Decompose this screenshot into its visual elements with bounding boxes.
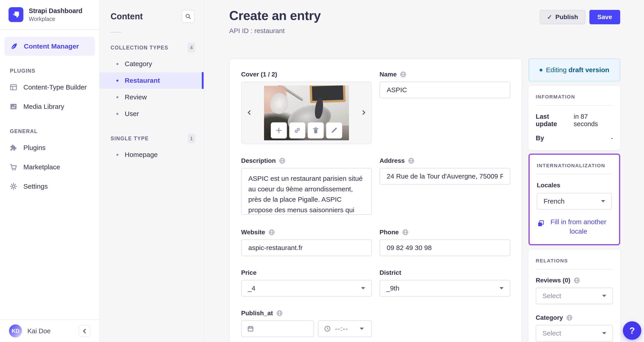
pencil-icon bbox=[330, 127, 338, 134]
user-bar: KD Kai Doe bbox=[0, 319, 99, 342]
workspace-switcher[interactable]: Strapi Dashboard Workplace bbox=[0, 0, 99, 30]
collapse-sidebar-button[interactable] bbox=[79, 325, 90, 337]
field-cover: Cover (1 / 2) bbox=[241, 71, 372, 144]
field-reviews: Reviews (0) Select bbox=[536, 277, 613, 304]
reviews-select[interactable]: Select bbox=[536, 288, 613, 304]
chevron-left-icon bbox=[248, 110, 252, 115]
api-id-subtitle: API ID : restaurant bbox=[229, 27, 321, 35]
i18n-highlight-outline: INTERNATIONALIZATION Locales French Fill… bbox=[528, 154, 620, 245]
group-label-collection-types: COLLECTION TYPES bbox=[110, 45, 168, 51]
clock-icon bbox=[324, 325, 331, 332]
sidebar-section-plugins: PLUGINS bbox=[10, 68, 99, 74]
banner-text: Editing draft version bbox=[546, 66, 610, 74]
add-asset-button[interactable] bbox=[271, 122, 287, 139]
information-card: INFORMATION Last update in 87 seconds By… bbox=[528, 86, 620, 150]
field-name: Name bbox=[380, 71, 510, 98]
carousel-next-button[interactable] bbox=[361, 111, 366, 115]
feather-icon bbox=[10, 42, 18, 50]
district-select[interactable]: _9th bbox=[380, 280, 510, 296]
trash-icon bbox=[312, 127, 320, 134]
subnav-item-label: Homepage bbox=[125, 151, 158, 159]
subnav-title: Content bbox=[110, 12, 143, 21]
bullet-icon bbox=[116, 63, 118, 65]
user-name: Kai Doe bbox=[28, 327, 73, 335]
last-update-label: Last update bbox=[536, 113, 572, 128]
divider bbox=[536, 269, 613, 270]
date-input[interactable] bbox=[258, 325, 308, 332]
cover-actions bbox=[271, 122, 342, 139]
select-placeholder: Select bbox=[542, 329, 561, 337]
subnav-item-review[interactable]: Review bbox=[100, 89, 204, 106]
brand-subtitle: Workplace bbox=[29, 16, 82, 22]
field-category: Category Select bbox=[536, 314, 613, 341]
locale-select[interactable]: French bbox=[537, 193, 612, 210]
search-button[interactable] bbox=[182, 10, 194, 23]
category-select[interactable]: Select bbox=[536, 325, 613, 341]
brand-title: Strapi Dashboard bbox=[29, 7, 82, 15]
cover-photo bbox=[264, 86, 349, 140]
sidebar-item-content-type-builder[interactable]: Content-Type Builder bbox=[0, 78, 99, 97]
subnav-item-label: Restaurant bbox=[125, 77, 160, 84]
sidebar-item-marketplace[interactable]: Marketplace bbox=[0, 157, 99, 177]
name-input[interactable] bbox=[380, 82, 510, 98]
chevron-right-icon bbox=[361, 110, 365, 115]
plus-icon bbox=[275, 127, 283, 134]
save-button[interactable]: Save bbox=[590, 10, 620, 24]
sidebar-item-content-manager[interactable]: Content Manager bbox=[4, 37, 95, 56]
image-icon bbox=[10, 103, 18, 111]
copy-icon bbox=[537, 217, 545, 228]
field-label: District bbox=[380, 269, 401, 276]
date-picker[interactable] bbox=[241, 320, 314, 337]
time-input[interactable] bbox=[335, 325, 356, 332]
description-textarea[interactable]: ASPIC est un restaurant parisien situé a… bbox=[241, 168, 372, 215]
field-price: Price _4 bbox=[241, 269, 372, 296]
globe-icon bbox=[276, 310, 283, 316]
sidebar-section-general: GENERAL bbox=[10, 128, 99, 134]
price-select[interactable]: _4 bbox=[241, 280, 372, 296]
entry-sidebar: Editing draft version INFORMATION Last u… bbox=[528, 59, 620, 342]
sidebar-item-label: Content-Type Builder bbox=[23, 83, 87, 91]
globe-icon bbox=[268, 229, 275, 236]
select-value: _4 bbox=[248, 284, 255, 292]
delete-asset-button[interactable] bbox=[308, 122, 324, 139]
phone-input[interactable] bbox=[380, 239, 510, 256]
sidebar-item-media-library[interactable]: Media Library bbox=[0, 97, 99, 116]
website-input[interactable] bbox=[241, 239, 372, 256]
sidebar-item-label: Settings bbox=[23, 183, 48, 190]
field-label: Address bbox=[380, 157, 405, 164]
carousel-prev-button[interactable] bbox=[247, 111, 252, 115]
fill-from-locale-link[interactable]: Fill in from another locale bbox=[537, 217, 612, 236]
sidebar-item-plugins[interactable]: Plugins bbox=[0, 138, 99, 157]
bullet-icon bbox=[116, 154, 118, 156]
cover-carousel bbox=[241, 82, 372, 144]
subnav-item-homepage[interactable]: Homepage bbox=[100, 146, 204, 163]
globe-icon bbox=[279, 157, 286, 164]
globe-icon bbox=[574, 277, 580, 284]
by-label: By bbox=[536, 134, 544, 142]
main-content: Create an entry API ID : restaurant ✓ Pu… bbox=[204, 0, 644, 342]
photo-blackboard bbox=[310, 86, 346, 103]
subnav-item-category[interactable]: Category bbox=[100, 56, 204, 72]
help-button[interactable]: ? bbox=[623, 321, 641, 340]
time-picker[interactable] bbox=[318, 320, 372, 337]
subnav-item-label: Category bbox=[125, 60, 152, 68]
link-icon bbox=[294, 127, 301, 134]
by-value: - bbox=[611, 134, 613, 142]
entry-form-card: Cover (1 / 2) bbox=[230, 59, 522, 342]
bullet-icon bbox=[116, 80, 118, 82]
copy-link-button[interactable] bbox=[289, 122, 305, 139]
subnav-item-restaurant[interactable]: Restaurant bbox=[100, 72, 204, 89]
field-label: Reviews (0) bbox=[536, 277, 570, 284]
edit-asset-button[interactable] bbox=[326, 122, 342, 139]
primary-sidebar: Strapi Dashboard Workplace Content Manag… bbox=[0, 0, 100, 342]
gear-icon bbox=[10, 182, 18, 190]
publish-button[interactable]: ✓ Publish bbox=[540, 10, 585, 24]
search-icon bbox=[185, 13, 192, 20]
subnav-item-user[interactable]: User bbox=[100, 106, 204, 122]
avatar[interactable]: KD bbox=[9, 324, 22, 337]
bullet-icon bbox=[116, 96, 118, 98]
sidebar-item-settings[interactable]: Settings bbox=[0, 177, 99, 196]
primary-nav: Content Manager PLUGINS Content-Type Bui… bbox=[0, 30, 99, 196]
address-input[interactable] bbox=[380, 168, 510, 185]
calendar-icon bbox=[247, 325, 254, 332]
